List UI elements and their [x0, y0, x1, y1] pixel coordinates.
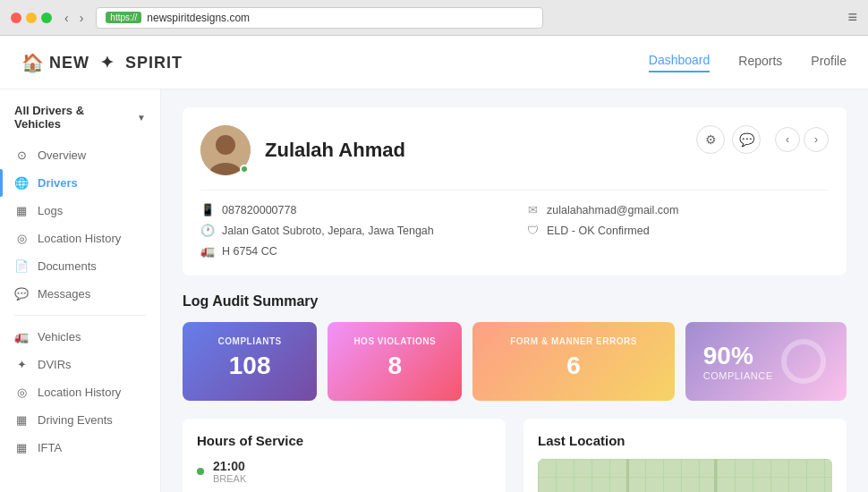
chat-button[interactable]: 💬	[732, 125, 761, 154]
sidebar-divider	[14, 315, 146, 316]
driver-phone: 087820000778	[222, 204, 296, 216]
hos-break-label: BREAK	[213, 473, 246, 484]
phone-row: 📱 087820000778	[200, 203, 504, 216]
sidebar-item-label: Driving Events	[38, 413, 113, 427]
map-placeholder	[538, 459, 832, 492]
top-nav: 🏠 NEW ✦ SPIRIT Dashboard Reports Profile	[0, 36, 868, 89]
main-layout: All Drivers & Vehicles ▼ ⊙ Overview 🌐 Dr…	[0, 89, 868, 492]
sidebar-item-label: IFTA	[38, 441, 62, 454]
sidebar-item-drivers[interactable]: 🌐 Drivers	[0, 169, 160, 197]
settings-button[interactable]: ⚙	[696, 125, 725, 154]
drivers-icon: 🌐	[14, 176, 29, 190]
nav-dashboard[interactable]: Dashboard	[649, 53, 711, 72]
nav-back[interactable]: ‹	[61, 9, 72, 27]
eld-row: 🛡 ELD - OK Confirmed	[525, 224, 829, 237]
main-content: Zulalah Ahmad ⚙ 💬 ‹ › 📱 087820000778 ✉	[161, 89, 868, 492]
avatar-wrapper	[200, 125, 251, 175]
dot-red	[11, 13, 21, 23]
sidebar-item-vehicles[interactable]: 🚛 Vehicles	[0, 323, 160, 351]
sidebar-item-label: Drivers	[38, 176, 78, 190]
messages-icon: 💬	[14, 287, 29, 301]
nav-forward[interactable]: ›	[76, 9, 88, 27]
hos-card: Hours of Service 21:00 BREAK 35:00	[183, 419, 506, 492]
sidebar-item-label: Documents	[38, 259, 97, 273]
location-title: Last Location	[538, 433, 832, 448]
address-bar[interactable]: https:// newspiritdesigns.com	[96, 7, 543, 29]
sidebar-item-ifta[interactable]: ▦ IFTA	[0, 434, 160, 462]
sidebar-item-documents[interactable]: 📄 Documents	[0, 252, 160, 280]
dot-yellow	[26, 13, 37, 23]
driver-email: zulalahahmad@gmail.com	[547, 204, 678, 216]
sidebar-item-logs[interactable]: ▦ Logs	[0, 197, 160, 225]
overview-icon: ⊙	[14, 148, 29, 162]
driver-info: 📱 087820000778 ✉ zulalahahmad@gmail.com …	[200, 190, 829, 258]
nav-arrows: ‹ ›	[775, 127, 829, 152]
compliance-donut	[779, 336, 829, 386]
shield-icon: 🛡	[525, 224, 540, 237]
driver-vehicle: H 6754 CC	[222, 245, 277, 258]
logs-icon: ▦	[14, 204, 29, 217]
sidebar-item-overview[interactable]: ⊙ Overview	[0, 141, 160, 169]
nav-reports[interactable]: Reports	[738, 54, 782, 72]
svg-point-3	[784, 342, 823, 381]
sidebar-item-messages[interactable]: 💬 Messages	[0, 280, 160, 308]
logo-star: ✦	[100, 54, 115, 72]
url-text: newspiritdesigns.com	[147, 12, 250, 24]
chevron-down-icon: ▼	[137, 113, 146, 123]
browser-menu-icon[interactable]: ≡	[847, 8, 857, 27]
hos-break-value: 21:00	[213, 459, 246, 473]
sidebar-item-label: Messages	[38, 287, 90, 301]
browser-dots	[11, 13, 52, 23]
compliance-card: 90% COMPLIANCE	[685, 322, 847, 401]
location-pin-icon: 🕐	[200, 224, 215, 237]
sidebar-item-dvirs[interactable]: ✦ DVIRs	[0, 351, 160, 378]
form-errors-card: FORM & MANNER ERRORS 6	[472, 322, 674, 401]
https-badge: https://	[106, 12, 141, 23]
hos-item-break: 21:00 BREAK	[197, 459, 491, 484]
driver-card: Zulalah Ahmad ⚙ 💬 ‹ › 📱 087820000778 ✉	[183, 107, 847, 276]
driver-address: Jalan Gatot Subroto, Jepara, Jawa Tengah	[222, 225, 434, 237]
address-row: 🕐 Jalan Gatot Subroto, Jepara, Jawa Teng…	[200, 224, 504, 237]
documents-icon: 📄	[14, 259, 29, 273]
svg-point-1	[216, 135, 235, 155]
sidebar-item-label: Vehicles	[38, 330, 81, 344]
location-v-icon: ◎	[14, 386, 29, 399]
compliance-pct: 90%	[703, 342, 773, 370]
sidebar-item-location-history-v[interactable]: ◎ Location History	[0, 378, 160, 406]
phone-icon: 📱	[200, 203, 215, 216]
online-status-dot	[240, 165, 249, 174]
vehicles-icon: 🚛	[14, 330, 29, 344]
compliants-label: COMPLIANTS	[197, 336, 302, 346]
compliance-info: 90% COMPLIANCE	[703, 342, 773, 381]
compliants-card: COMPLIANTS 108	[183, 322, 317, 401]
sidebar-group-label: All Drivers & Vehicles	[14, 104, 132, 131]
audit-title: Log Audit Summary	[183, 293, 847, 310]
email-icon: ✉	[525, 203, 540, 216]
logo-icon: 🏠	[21, 52, 44, 73]
form-errors-value: 6	[487, 352, 660, 380]
map-grid	[538, 459, 832, 492]
browser-chrome: ‹ › https:// newspiritdesigns.com ≡	[0, 0, 868, 36]
sidebar-item-driving-events[interactable]: ▦ Driving Events	[0, 406, 160, 434]
driver-eld: ELD - OK Confirmed	[547, 225, 650, 237]
location-icon: ◎	[14, 232, 29, 245]
next-driver-button[interactable]: ›	[804, 127, 829, 152]
nav-profile[interactable]: Profile	[811, 54, 847, 72]
truck-icon: 🚛	[200, 244, 215, 258]
ifta-icon: ▦	[14, 441, 29, 454]
hos-break-info: 21:00 BREAK	[213, 459, 246, 484]
sidebar-item-label: Overview	[38, 148, 86, 162]
email-row: ✉ zulalahahmad@gmail.com	[525, 203, 829, 216]
map-road-v1	[626, 459, 629, 492]
logo-text: NEW ✦ SPIRIT	[49, 53, 183, 72]
sidebar: All Drivers & Vehicles ▼ ⊙ Overview 🌐 Dr…	[0, 89, 161, 492]
browser-nav[interactable]: ‹ ›	[61, 9, 87, 27]
prev-driver-button[interactable]: ‹	[775, 127, 800, 152]
form-errors-label: FORM & MANNER ERRORS	[487, 336, 660, 346]
sidebar-item-location-history[interactable]: ◎ Location History	[0, 225, 160, 252]
sidebar-group-header[interactable]: All Drivers & Vehicles ▼	[0, 104, 160, 141]
hos-title: Hours of Service	[197, 433, 491, 448]
map-road-v2	[714, 459, 717, 492]
audit-cards: COMPLIANTS 108 HOS VIOLATIONS 8 FORM & M…	[183, 322, 847, 401]
dot-green	[41, 13, 52, 23]
